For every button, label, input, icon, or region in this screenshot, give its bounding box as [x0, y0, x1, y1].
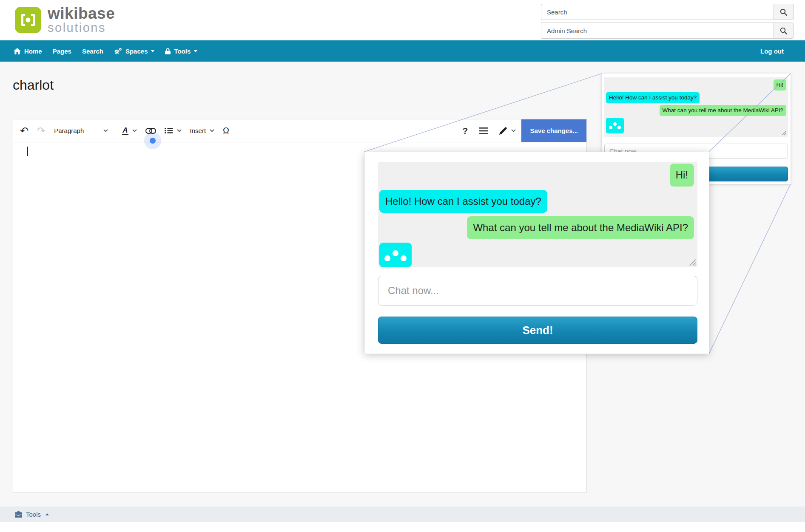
chat-message-row: Hi! — [379, 164, 694, 187]
chat-message-row: What can you tell me about the MediaWiki… — [379, 216, 694, 239]
wikibase-logo-icon — [15, 7, 41, 33]
chevron-down-icon — [194, 50, 197, 52]
typing-indicator — [379, 243, 412, 267]
pulse-highlight-dot[interactable] — [150, 138, 156, 144]
typing-dot — [384, 255, 390, 261]
search-group — [541, 4, 794, 20]
nav-home[interactable]: Home — [14, 48, 42, 55]
text-style-dropdown[interactable]: A — [118, 119, 141, 142]
typing-dot — [617, 126, 621, 129]
chat-bubble-visitor: Hi! — [774, 79, 787, 91]
chat-message-row: Hi! — [606, 79, 786, 91]
insert-dropdown[interactable]: Insert — [186, 119, 219, 142]
undo-button[interactable]: ↶ — [16, 119, 33, 142]
special-character-button[interactable]: Ω — [219, 119, 233, 142]
admin-search-group — [541, 23, 794, 39]
redo-icon: ↷ — [37, 125, 46, 137]
nav-tools-dropdown[interactable]: Tools — [165, 48, 197, 55]
chat-send-button[interactable]: Send! — [378, 317, 697, 344]
nav-tools-label: Tools — [174, 48, 191, 55]
logo-title: wikibase — [48, 6, 115, 21]
search-input[interactable] — [541, 4, 774, 20]
undo-icon: ↶ — [20, 125, 28, 137]
chevron-down-icon — [210, 129, 214, 132]
editor-toolbar: ↶ ↷ Paragraph A — [13, 119, 587, 142]
chevron-down-icon — [177, 129, 182, 132]
toolbar-right-cluster: ? Save changes... — [457, 119, 586, 142]
header: wikibase solutions — [0, 0, 805, 40]
text-cursor — [27, 147, 28, 156]
chat-bubble-bot: Hello! How can I assist you today? — [606, 92, 700, 103]
footer-bar: Tools — [0, 507, 805, 522]
site-logo[interactable]: wikibase solutions — [15, 6, 115, 34]
chat-bubble-visitor: What can you tell me about the MediaWiki… — [467, 216, 694, 239]
home-icon — [14, 48, 21, 54]
paragraph-format-label: Paragraph — [54, 127, 84, 134]
chat-input[interactable] — [378, 276, 697, 306]
nav-home-label: Home — [24, 48, 42, 55]
title-divider — [13, 100, 587, 100]
footer-tools-toggle[interactable]: Tools — [26, 511, 41, 518]
edit-mode-dropdown[interactable] — [494, 119, 521, 142]
chat-message-row: Hello! How can I assist you today? — [379, 190, 694, 213]
chevron-down-icon — [511, 129, 516, 132]
bullet-list-icon — [165, 127, 173, 134]
chat-message-row: Hello! How can I assist you today? — [606, 92, 786, 103]
nav-pages[interactable]: Pages — [53, 48, 71, 55]
toolbox-icon — [15, 511, 22, 518]
nav-search[interactable]: Search — [82, 48, 103, 55]
save-changes-button[interactable]: Save changes... — [521, 119, 586, 142]
toolbar-separator — [115, 119, 115, 142]
search-button[interactable] — [774, 4, 794, 20]
chat-log: Hi! Hello! How can I assist you today? W… — [378, 162, 697, 267]
help-button[interactable]: ? — [457, 119, 474, 142]
lock-icon — [165, 48, 171, 54]
chat-message-row — [379, 243, 694, 267]
admin-search-input[interactable] — [541, 23, 774, 39]
typing-dot — [401, 255, 407, 261]
resize-grip-icon[interactable] — [781, 130, 787, 136]
nav-spaces-label: Spaces — [125, 48, 148, 55]
main-navbar: Home Pages Search — [0, 40, 805, 62]
redo-button[interactable]: ↷ — [33, 119, 50, 142]
pencil-icon — [499, 127, 507, 135]
typing-dot — [613, 122, 617, 126]
chat-log: Hi! Hello! How can I assist you today? W… — [604, 77, 788, 137]
footer-bottom-strip — [0, 522, 805, 532]
nav-logout[interactable]: Log out — [760, 48, 784, 55]
search-icon — [780, 27, 787, 34]
insert-label: Insert — [190, 127, 206, 134]
search-icon — [780, 8, 787, 16]
nav-logout-label: Log out — [760, 48, 784, 55]
list-structure-dropdown[interactable] — [160, 119, 186, 142]
nav-search-label: Search — [82, 48, 103, 55]
chevron-down-icon — [151, 50, 154, 52]
page: wikibase solutions — [0, 0, 805, 532]
hamburger-menu-icon — [479, 127, 488, 134]
chat-bubble-bot: Hello! How can I assist you today? — [379, 190, 547, 213]
help-icon: ? — [463, 126, 468, 136]
chat-bubble-visitor: What can you tell me about the MediaWiki… — [660, 105, 786, 116]
chevron-down-icon — [132, 129, 137, 132]
resize-grip-icon[interactable] — [688, 258, 696, 266]
chat-bubble-visitor: Hi! — [670, 164, 694, 187]
header-search-area — [541, 4, 794, 39]
caret-up-icon — [46, 513, 49, 515]
paragraph-format-dropdown[interactable]: Paragraph — [50, 119, 112, 142]
text-style-icon: A — [122, 127, 128, 135]
chevron-down-icon — [103, 129, 108, 132]
chat-message-row: What can you tell me about the MediaWiki… — [606, 105, 786, 116]
chat-widget-zoomed: Hi! Hello! How can I assist you today? W… — [364, 152, 709, 354]
nav-pages-label: Pages — [53, 48, 71, 55]
page-options-button[interactable] — [473, 119, 494, 142]
logo-subtitle: solutions — [48, 21, 115, 34]
logo-text: wikibase solutions — [48, 6, 115, 34]
admin-search-button[interactable] — [774, 23, 794, 39]
nav-spaces-dropdown[interactable]: Spaces — [114, 48, 155, 55]
cogs-icon — [114, 48, 122, 55]
typing-dot — [393, 250, 398, 256]
typing-indicator — [606, 118, 624, 133]
typing-dot — [609, 126, 612, 129]
chat-message-row — [606, 118, 786, 133]
special-character-icon: Ω — [223, 126, 229, 136]
